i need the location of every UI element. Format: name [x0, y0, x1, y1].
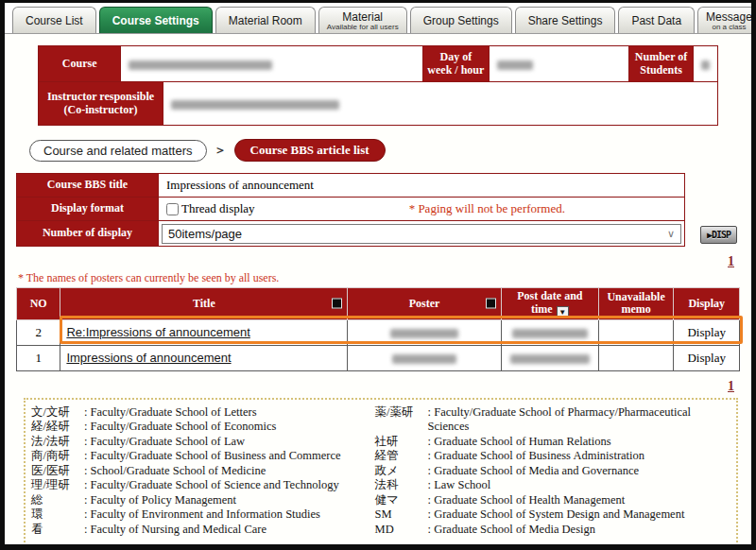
pagination-top: 1 [16, 252, 734, 269]
legend-desc: : Faculty/Graduate School of Business an… [84, 449, 340, 464]
redacted-count [701, 60, 710, 70]
col-header-no: NO [17, 288, 60, 320]
legend-abbr: 商/商研 [31, 449, 84, 464]
instructor-table: Instructor responsible (Co-instructor) [38, 81, 718, 126]
paging-note: * Paging will not be performed. [409, 201, 565, 216]
article-row: 2 Re:Impressions of announcement Display [17, 319, 740, 345]
legend-abbr: MD [375, 523, 428, 538]
legend-desc: : Faculty/Graduate School of Law [84, 435, 245, 450]
disp-button[interactable]: ▶DISP [700, 226, 737, 244]
tab-label: Share Settings [528, 14, 603, 27]
article-memo [598, 345, 674, 370]
article-post-date [501, 319, 598, 345]
page-link-1[interactable]: 1 [728, 379, 734, 393]
tab-past-data[interactable]: Past Data [618, 7, 695, 33]
thread-display-checkbox[interactable] [166, 203, 179, 215]
tab-message[interactable]: Message on a class [697, 7, 756, 33]
col-date-label: Post date and time [517, 289, 582, 316]
redacted-instructor [171, 100, 339, 110]
bbs-form: Course BBS title Impressions of announce… [16, 173, 685, 247]
legend-abbr: 看 [31, 523, 84, 538]
tab-label: Course Settings [112, 14, 199, 27]
tab-label: Material [327, 10, 399, 24]
legend-desc: : Graduate School of Media and Governanc… [428, 464, 640, 479]
legend-desc: : Graduate School of System Design and M… [428, 507, 685, 523]
tab-material-all-users[interactable]: Material Available for all users [318, 7, 407, 33]
num-students-value [694, 46, 718, 82]
col-header-display: Display [674, 288, 740, 320]
legend-desc: : School/Graduate School of Medicine [84, 464, 266, 479]
bbs-title-label: Course BBS title [17, 174, 159, 198]
legend-desc: : Faculty of Nursing and Medical Care [84, 523, 266, 538]
article-display-link[interactable]: Display [674, 319, 740, 345]
instructor-value [163, 82, 718, 126]
col-header-title: Title [60, 288, 348, 320]
legend-abbr: 総 [31, 493, 84, 508]
posters-visibility-note: * The names of posters can currently be … [18, 271, 740, 285]
legend-abbr: 理/理研 [31, 478, 84, 493]
pagination-bottom: 1 [16, 377, 734, 394]
article-poster [348, 345, 502, 370]
course-value [121, 46, 423, 82]
legend-desc: : Faculty of Environment and Information… [84, 507, 320, 523]
tab-label: Material Room [229, 14, 302, 27]
article-title-link[interactable]: Impressions of announcement [66, 351, 231, 365]
redacted-date [510, 354, 590, 364]
legend-right-column: 薬/薬研: Faculty/Graduate School of Pharmac… [375, 405, 732, 538]
legend-abbr: 法/法研 [31, 435, 84, 450]
number-of-display-label: Number of display [17, 221, 159, 247]
tab-material-room[interactable]: Material Room [215, 7, 316, 33]
legend-left-column: 文/文研: Faculty/Graduate School of Letters… [31, 405, 375, 538]
article-title-link[interactable]: Re:Impressions of announcement [66, 325, 249, 339]
tab-share-settings[interactable]: Share Settings [515, 7, 616, 33]
tab-group-settings[interactable]: Group Settings [410, 7, 512, 33]
articles-table: NO Title Poster Post date and time▼ Unav… [16, 287, 740, 371]
tab-course-list[interactable]: Course List [12, 7, 96, 33]
legend-desc: : Faculty/Graduate School of Pharmacy/Ph… [428, 405, 732, 435]
article-no: 1 [17, 345, 60, 370]
tab-course-settings[interactable]: Course Settings [99, 7, 213, 33]
page-link-1[interactable]: 1 [728, 254, 734, 268]
article-poster [348, 319, 502, 345]
sort-descending-icon[interactable]: ▼ [557, 306, 569, 318]
article-memo [598, 319, 674, 345]
redacted-poster [390, 329, 458, 338]
legend-abbr: 経/経研 [31, 420, 84, 435]
breadcrumb: Course and related matters ＞ Course BBS … [29, 139, 740, 162]
col-poster-label: Poster [409, 297, 440, 310]
sort-toggle-icon[interactable] [332, 299, 342, 309]
legend-desc: : Graduate School of Media Design [428, 523, 595, 538]
course-related-matters-button[interactable]: Course and related matters [29, 140, 207, 162]
legend-abbr: 健マ [375, 493, 428, 508]
course-label: Course [39, 46, 121, 82]
breadcrumb-separator: ＞ [215, 142, 227, 159]
bbs-title-value: Impressions of announcement [159, 174, 685, 198]
article-no: 2 [17, 319, 60, 345]
thread-display-label: Thread display [181, 201, 255, 216]
tab-sublabel: on a class [706, 24, 752, 31]
legend-abbr: 社研 [375, 435, 428, 450]
article-display-link[interactable]: Display [674, 345, 740, 370]
legend-abbr: 環 [31, 507, 84, 523]
items-per-page-select[interactable]: 50items/page ∨ [162, 224, 681, 244]
article-post-date [501, 345, 598, 370]
legend-abbr: 医/医研 [31, 464, 84, 479]
display-format-label: Display format [17, 198, 159, 221]
legend-desc: : Faculty of Policy Management [84, 493, 236, 508]
sort-toggle-icon[interactable] [486, 299, 496, 309]
legend-abbr: 文/文研 [31, 405, 84, 421]
articles-table-wrap: NO Title Poster Post date and time▼ Unav… [16, 287, 740, 371]
col-header-post-date: Post date and time▼ [501, 288, 598, 320]
col-header-memo: Unavailable memo [598, 288, 674, 320]
legend-desc: : Graduate School of Human Relations [428, 435, 611, 450]
course-info-table: Course Day of week / hour Number of Stud… [38, 45, 718, 82]
legend-abbr: 法科 [375, 478, 428, 493]
legend-abbr: SM [375, 507, 428, 523]
redacted-day [497, 60, 533, 70]
num-students-label: Number of Students [629, 46, 694, 82]
current-page-badge: Course BBS article list [234, 139, 386, 162]
chevron-down-icon: ∨ [667, 228, 675, 240]
legend-abbr: 薬/薬研 [375, 405, 428, 435]
legend-abbr: 経管 [375, 449, 428, 464]
legend-desc: : Faculty/Graduate School of Letters [84, 405, 257, 421]
